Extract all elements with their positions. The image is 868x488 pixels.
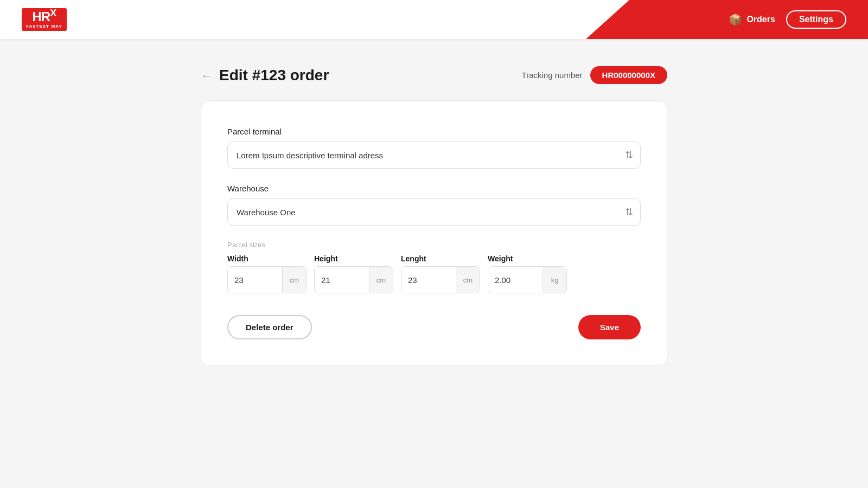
back-button[interactable]: ← bbox=[201, 70, 213, 82]
height-input[interactable] bbox=[315, 267, 369, 293]
height-input-wrapper: cm bbox=[314, 266, 393, 293]
width-input-wrapper: cm bbox=[227, 266, 307, 293]
length-group: Lenght cm bbox=[401, 254, 480, 293]
length-input-wrapper: cm bbox=[401, 266, 480, 293]
weight-input-wrapper: kg bbox=[488, 266, 567, 293]
width-group: Width cm bbox=[227, 254, 307, 293]
weight-label: Weight bbox=[488, 254, 567, 263]
warehouse-label: Warehouse bbox=[227, 184, 641, 193]
logo: HRX FASTEST WAY bbox=[22, 8, 67, 31]
parcel-terminal-section: Parcel terminal Lorem Ipsum descriptive … bbox=[227, 127, 641, 169]
warehouse-section: Warehouse Warehouse One ⇅ bbox=[227, 184, 641, 226]
main-content: ← Edit #123 order Tracking number HR0000… bbox=[190, 39, 678, 388]
page-header: ← Edit #123 order Tracking number HR0000… bbox=[201, 66, 667, 84]
warehouse-select[interactable]: Warehouse One bbox=[227, 198, 641, 226]
dimensions-row: Width cm Height cm Lenght bbox=[227, 254, 641, 293]
orders-nav-item[interactable]: 📦 Orders bbox=[729, 13, 775, 26]
warehouse-select-wrapper: Warehouse One ⇅ bbox=[227, 198, 641, 226]
header-nav: 📦 Orders Settings bbox=[729, 10, 846, 29]
page-title: Edit #123 order bbox=[219, 67, 329, 84]
length-label: Lenght bbox=[401, 254, 480, 263]
weight-unit: kg bbox=[542, 267, 566, 293]
width-unit: cm bbox=[282, 267, 306, 293]
parcel-terminal-label: Parcel terminal bbox=[227, 127, 641, 136]
settings-button[interactable]: Settings bbox=[786, 10, 846, 29]
logo-box: HRX FASTEST WAY bbox=[22, 8, 67, 31]
orders-nav-label: Orders bbox=[746, 15, 775, 24]
page-header-left: ← Edit #123 order bbox=[201, 67, 329, 84]
delete-order-button[interactable]: Delete order bbox=[227, 315, 312, 339]
tracking-badge: HR00000000X bbox=[590, 66, 667, 84]
weight-group: Weight kg bbox=[488, 254, 567, 293]
header: HRX FASTEST WAY 📦 Orders Settings bbox=[0, 0, 868, 39]
parcel-sizes-label: Parcel sizes bbox=[227, 241, 641, 249]
width-label: Width bbox=[227, 254, 307, 263]
parcel-terminal-select[interactable]: Lorem Ipsum descriptive terminal adress bbox=[227, 142, 641, 169]
height-unit: cm bbox=[369, 267, 393, 293]
logo-subtitle: FASTEST WAY bbox=[26, 24, 62, 29]
weight-input[interactable] bbox=[488, 267, 542, 293]
length-input[interactable] bbox=[401, 267, 456, 293]
logo-hr-text: HRX bbox=[33, 10, 56, 23]
form-card: Parcel terminal Lorem Ipsum descriptive … bbox=[201, 100, 667, 366]
length-unit: cm bbox=[456, 267, 480, 293]
parcel-sizes-section: Parcel sizes Width cm Height cm bbox=[227, 241, 641, 293]
page-header-right: Tracking number HR00000000X bbox=[522, 66, 667, 84]
height-group: Height cm bbox=[314, 254, 393, 293]
parcel-icon: 📦 bbox=[729, 13, 742, 26]
width-input[interactable] bbox=[228, 267, 282, 293]
tracking-label: Tracking number bbox=[522, 70, 583, 80]
height-label: Height bbox=[314, 254, 393, 263]
parcel-terminal-select-wrapper: Lorem Ipsum descriptive terminal adress … bbox=[227, 142, 641, 169]
save-button[interactable]: Save bbox=[578, 315, 641, 339]
buttons-row: Delete order Save bbox=[227, 315, 641, 339]
